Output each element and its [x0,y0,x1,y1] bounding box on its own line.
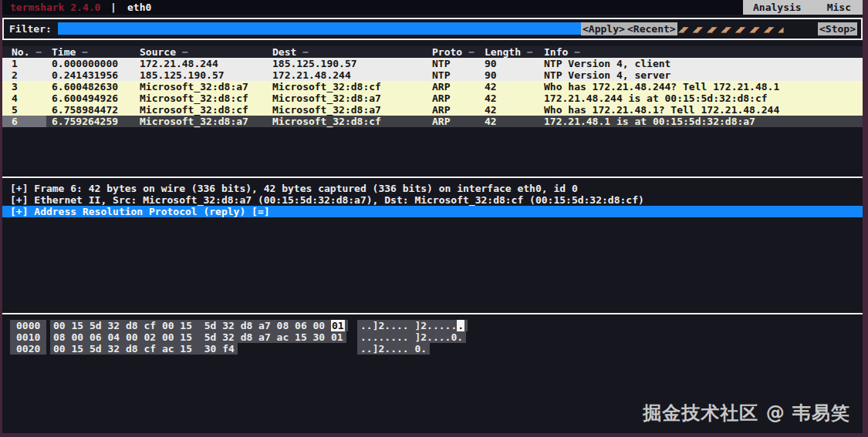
cell-proto: NTP [432,58,450,69]
sort-toggle-icon[interactable]: − [182,46,188,58]
hex-bytes[interactable]: 08 00 06 04 00 02 00 15 5d 32 d8 a7 ac 1… [50,331,346,343]
capture-activity-indicators: ◢◤ ◢◤ ◢◤ ◢◤ ◢◤ ◢◤ ◢◤ ◢ [678,19,782,39]
column-header-dest[interactable]: Dest− [272,46,309,58]
packet-row-4[interactable]: 4 6.600494926 Microsoft_32:d8:cf Microso… [2,92,863,104]
ascii-bytes[interactable]: ..]2.... 0. [357,343,430,355]
ascii-bytes[interactable]: ..]2.... ]2...... [357,320,468,331]
cell-time: 6.759264259 [52,116,118,127]
packet-row-5[interactable]: 5 6.758984472 Microsoft_32:d8:cf Microso… [2,104,863,116]
capture-activity-icon: ◢◤ [692,24,701,35]
ascii-bytes[interactable]: ........ ]2....0. [357,331,466,343]
detail-line-frame[interactable]: [+] Frame 6: 42 bytes on wire (336 bits)… [2,183,863,194]
menu-item-misc[interactable]: Misc [827,0,851,15]
sort-toggle-icon[interactable]: − [82,46,88,58]
pane-separator [2,176,863,178]
cell-dest: Microsoft_32:d8:cf [272,81,381,92]
cell-dest: Microsoft_32:d8:a7 [272,92,381,104]
column-label: Dest [272,46,296,58]
cell-proto: ARP [432,116,450,127]
sort-toggle-icon[interactable]: − [468,46,475,58]
cell-dest: Microsoft_32:d8:a7 [272,104,381,116]
capture-activity-icon: ◢◤ [749,24,758,35]
capture-activity-icon: ◢◤ [764,24,773,35]
cell-source: 185.125.190.57 [140,69,225,81]
pane-separator [2,313,863,314]
column-label: Length [485,46,521,58]
filter-input[interactable] [58,22,581,35]
cell-source: Microsoft_32:d8:cf [140,104,248,116]
cell-no: 3 [12,81,18,92]
cell-no: 6 [12,116,18,127]
packet-row-3[interactable]: 3 6.600482630 Microsoft_32:d8:a7 Microso… [2,81,863,92]
column-label: No. [12,46,29,58]
cell-length: 42 [485,92,497,104]
cell-dest: 172.21.48.244 [272,69,351,81]
cell-info: NTP Version 4, server [544,69,670,81]
cell-length: 42 [485,104,497,116]
hexdump-row: 0000 00 15 5d 32 d8 cf 00 15 5d 32 d8 a7… [2,320,863,331]
app-title: termshark 2.4.0 [10,0,100,15]
column-header-length[interactable]: Length− [485,46,533,58]
cell-proto: ARP [432,104,450,116]
sort-toggle-icon[interactable]: − [527,46,533,58]
apply-button[interactable]: <Apply> [581,22,627,35]
cell-info: NTP Version 4, client [544,58,670,69]
cell-proto: ARP [432,81,450,92]
column-header-info[interactable]: Info− [544,46,580,58]
selected-byte[interactable]: 01 [331,320,345,331]
cell-length: 90 [485,58,497,69]
cell-length: 90 [485,69,497,81]
title-bar: termshark 2.4.0 | eth0 Analysis Misc [2,0,863,15]
sort-toggle-icon[interactable]: − [574,46,580,58]
hex-offset: 0020 [10,343,46,355]
filter-label: Filter: [9,19,52,39]
hex-bytes-text: 00 15 5d 32 d8 cf 00 15 5d 32 d8 a7 08 0… [53,320,331,331]
terminal-window-frame: termshark 2.4.0 | eth0 Analysis Misc Fil… [0,0,868,437]
capture-activity-icon: ◢◤ [721,24,730,35]
column-label: Info [544,46,568,58]
packet-list-header: No.− Time− Source− Dest− Proto− Length− … [2,46,863,58]
packet-row-2[interactable]: 2 0.241431956 185.125.190.57 172.21.48.2… [2,69,863,81]
sort-toggle-icon[interactable]: − [35,46,42,58]
cell-proto: NTP [432,69,450,81]
filter-bar: Filter: <Apply> <Recent> ◢◤ ◢◤ ◢◤ ◢◤ ◢◤ … [2,18,863,40]
cell-source: 172.21.48.244 [140,58,218,69]
sort-toggle-icon[interactable]: − [302,46,309,58]
packet-row-1[interactable]: 1 0.000000000 172.21.48.244 185.125.190.… [2,58,863,69]
cell-info: 172.21.48.1 is at 00:15:5d:32:d8:a7 [544,116,755,127]
hex-bytes[interactable]: 00 15 5d 32 d8 cf 00 15 5d 32 d8 a7 08 0… [50,320,348,331]
menu-bar: Analysis Misc [743,0,863,15]
packet-row-6-selected[interactable]: 6 6.759264259 Microsoft_32:d8:a7 Microso… [2,116,863,127]
detail-line-ethernet[interactable]: [+] Ethernet II, Src: Microsoft_32:d8:a7… [2,194,863,206]
cell-time: 6.758984472 [52,104,118,116]
hexdump-row: 0010 08 00 06 04 00 02 00 15 5d 32 d8 a7… [2,331,863,343]
detail-line-arp-selected[interactable]: [+] Address Resolution Protocol (reply) … [2,206,863,217]
capture-activity-icon: ◢ [778,24,782,35]
watermark-text: 掘金技术社区 @ 韦易笑 [643,401,850,425]
cell-info: Who has 172.21.48.1? Tell 172.21.48.244 [544,104,779,116]
hex-offset: 0000 [10,320,46,331]
ascii-text: ..]2.... ]2..... [360,320,457,331]
stop-button[interactable]: <Stop> [818,22,857,35]
cell-time: 0.241431956 [52,69,118,81]
column-header-proto[interactable]: Proto− [432,46,475,58]
cell-time: 6.600482630 [52,81,118,92]
selected-ascii-char[interactable]: . [457,320,464,331]
recent-button[interactable]: <Recent> [626,22,677,35]
column-header-no[interactable]: No.− [12,46,42,58]
capture-activity-icon: ◢◤ [707,24,716,35]
column-header-source[interactable]: Source− [140,46,188,58]
hex-offset: 0010 [10,331,46,343]
capture-activity-icon: ◢◤ [678,24,687,35]
cell-proto: ARP [432,92,450,104]
column-label: Source [140,46,176,58]
menu-item-analysis[interactable]: Analysis [753,0,802,15]
hex-bytes[interactable]: 00 15 5d 32 d8 cf ac 15 30 f4 [50,343,238,355]
cell-no: 2 [12,69,18,81]
cell-info: 172.21.48.244 is at 00:15:5d:32:d8:cf [544,92,768,104]
cell-no: 5 [12,104,18,116]
selected-row-cursor-cell [2,116,46,127]
cell-dest: 185.125.190.57 [272,58,357,69]
cell-no: 1 [12,58,18,69]
column-header-time[interactable]: Time− [52,46,88,58]
